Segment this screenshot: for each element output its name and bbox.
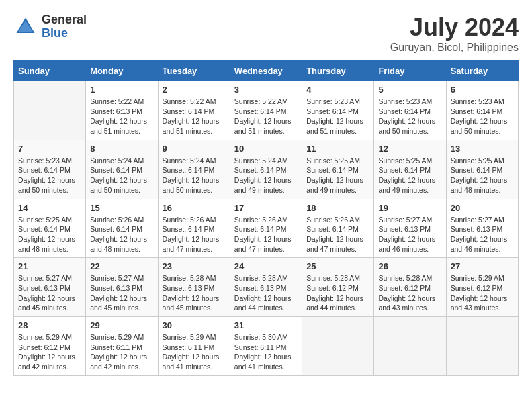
day-info: Sunrise: 5:25 AMSunset: 6:14 PMDaylight:… — [18, 215, 81, 255]
day-number: 19 — [378, 203, 441, 213]
calendar-cell: 5Sunrise: 5:23 AMSunset: 6:14 PMDaylight… — [374, 81, 446, 140]
day-number: 12 — [378, 144, 441, 154]
day-info: Sunrise: 5:28 AMSunset: 6:13 PMDaylight:… — [234, 273, 298, 313]
day-info: Sunrise: 5:25 AMSunset: 6:14 PMDaylight:… — [451, 156, 514, 195]
day-info: Sunrise: 5:30 AMSunset: 6:11 PMDaylight:… — [234, 332, 298, 372]
logo-text: General Blue — [42, 13, 87, 40]
day-info: Sunrise: 5:26 AMSunset: 6:14 PMDaylight:… — [90, 215, 153, 255]
day-info: Sunrise: 5:24 AMSunset: 6:14 PMDaylight:… — [90, 156, 153, 195]
day-number: 3 — [234, 85, 298, 95]
calendar-cell: 6Sunrise: 5:23 AMSunset: 6:14 PMDaylight… — [446, 81, 518, 140]
calendar-cell: 3Sunrise: 5:22 AMSunset: 6:14 PMDaylight… — [230, 81, 302, 140]
day-info: Sunrise: 5:28 AMSunset: 6:12 PMDaylight:… — [306, 273, 369, 313]
day-info: Sunrise: 5:25 AMSunset: 6:14 PMDaylight:… — [378, 156, 441, 195]
day-number: 16 — [163, 203, 226, 213]
day-info: Sunrise: 5:27 AMSunset: 6:13 PMDaylight:… — [18, 273, 81, 313]
calendar-cell: 27Sunrise: 5:29 AMSunset: 6:12 PMDayligh… — [446, 258, 518, 317]
day-info: Sunrise: 5:22 AMSunset: 6:13 PMDaylight:… — [90, 97, 153, 136]
day-info: Sunrise: 5:24 AMSunset: 6:14 PMDaylight:… — [234, 156, 298, 195]
page-header: General Blue July 2024 Guruyan, Bicol, P… — [13, 13, 519, 54]
day-number: 1 — [90, 85, 153, 95]
calendar-week-5: 28Sunrise: 5:29 AMSunset: 6:12 PMDayligh… — [14, 317, 519, 376]
day-info: Sunrise: 5:23 AMSunset: 6:14 PMDaylight:… — [18, 156, 81, 195]
calendar-cell: 19Sunrise: 5:27 AMSunset: 6:13 PMDayligh… — [374, 199, 446, 258]
day-info: Sunrise: 5:23 AMSunset: 6:14 PMDaylight:… — [306, 97, 369, 136]
calendar-cell — [374, 317, 446, 376]
calendar-header-row: SundayMondayTuesdayWednesdayThursdayFrid… — [14, 61, 519, 81]
day-number: 15 — [90, 203, 153, 213]
calendar-cell — [302, 317, 374, 376]
day-info: Sunrise: 5:28 AMSunset: 6:13 PMDaylight:… — [163, 273, 226, 313]
column-header-friday: Friday — [374, 61, 446, 81]
location-title: Guruyan, Bicol, Philippines — [390, 42, 519, 54]
day-number: 18 — [306, 203, 369, 213]
calendar-cell: 4Sunrise: 5:23 AMSunset: 6:14 PMDaylight… — [302, 81, 374, 140]
calendar-cell: 26Sunrise: 5:28 AMSunset: 6:12 PMDayligh… — [374, 258, 446, 317]
calendar-cell: 1Sunrise: 5:22 AMSunset: 6:13 PMDaylight… — [86, 81, 158, 140]
calendar-cell: 2Sunrise: 5:22 AMSunset: 6:14 PMDaylight… — [158, 81, 230, 140]
calendar-cell: 18Sunrise: 5:26 AMSunset: 6:14 PMDayligh… — [302, 199, 374, 258]
day-info: Sunrise: 5:27 AMSunset: 6:13 PMDaylight:… — [378, 215, 441, 255]
calendar-cell: 8Sunrise: 5:24 AMSunset: 6:14 PMDaylight… — [86, 140, 158, 199]
logo: General Blue — [13, 13, 87, 40]
day-info: Sunrise: 5:22 AMSunset: 6:14 PMDaylight:… — [163, 97, 226, 136]
column-header-tuesday: Tuesday — [158, 61, 230, 81]
day-info: Sunrise: 5:23 AMSunset: 6:14 PMDaylight:… — [378, 97, 441, 136]
day-number: 25 — [306, 261, 369, 271]
calendar-cell: 15Sunrise: 5:26 AMSunset: 6:14 PMDayligh… — [86, 199, 158, 258]
day-number: 9 — [163, 144, 226, 154]
day-number: 6 — [451, 85, 514, 95]
column-header-wednesday: Wednesday — [230, 61, 302, 81]
calendar-week-4: 21Sunrise: 5:27 AMSunset: 6:13 PMDayligh… — [14, 258, 519, 317]
day-number: 17 — [234, 203, 298, 213]
day-number: 8 — [90, 144, 153, 154]
column-header-saturday: Saturday — [446, 61, 518, 81]
day-number: 23 — [163, 261, 226, 271]
calendar-cell: 9Sunrise: 5:24 AMSunset: 6:14 PMDaylight… — [158, 140, 230, 199]
day-info: Sunrise: 5:29 AMSunset: 6:11 PMDaylight:… — [90, 332, 153, 372]
day-number: 24 — [234, 261, 298, 271]
day-number: 27 — [451, 261, 514, 271]
day-info: Sunrise: 5:23 AMSunset: 6:14 PMDaylight:… — [451, 97, 514, 136]
day-number: 4 — [306, 85, 369, 95]
day-number: 13 — [451, 144, 514, 154]
logo-icon — [13, 15, 38, 39]
calendar-cell: 25Sunrise: 5:28 AMSunset: 6:12 PMDayligh… — [302, 258, 374, 317]
day-number: 31 — [234, 320, 298, 330]
day-number: 30 — [163, 320, 226, 330]
day-info: Sunrise: 5:29 AMSunset: 6:11 PMDaylight:… — [163, 332, 226, 372]
calendar-week-1: 1Sunrise: 5:22 AMSunset: 6:13 PMDaylight… — [14, 81, 519, 140]
day-info: Sunrise: 5:26 AMSunset: 6:14 PMDaylight:… — [306, 215, 369, 255]
calendar-cell: 14Sunrise: 5:25 AMSunset: 6:14 PMDayligh… — [14, 199, 86, 258]
day-info: Sunrise: 5:26 AMSunset: 6:14 PMDaylight:… — [163, 215, 226, 255]
day-info: Sunrise: 5:24 AMSunset: 6:14 PMDaylight:… — [163, 156, 226, 195]
column-header-sunday: Sunday — [14, 61, 86, 81]
calendar-cell: 7Sunrise: 5:23 AMSunset: 6:14 PMDaylight… — [14, 140, 86, 199]
day-number: 2 — [163, 85, 226, 95]
calendar-cell: 28Sunrise: 5:29 AMSunset: 6:12 PMDayligh… — [14, 317, 86, 376]
title-block: July 2024 Guruyan, Bicol, Philippines — [390, 13, 519, 54]
day-info: Sunrise: 5:27 AMSunset: 6:13 PMDaylight:… — [451, 215, 514, 255]
calendar-cell: 22Sunrise: 5:27 AMSunset: 6:13 PMDayligh… — [86, 258, 158, 317]
calendar-cell — [14, 81, 86, 140]
day-number: 14 — [18, 203, 81, 213]
day-info: Sunrise: 5:25 AMSunset: 6:14 PMDaylight:… — [306, 156, 369, 195]
day-info: Sunrise: 5:29 AMSunset: 6:12 PMDaylight:… — [451, 273, 514, 313]
column-header-monday: Monday — [86, 61, 158, 81]
day-number: 22 — [90, 261, 153, 271]
calendar-table: SundayMondayTuesdayWednesdayThursdayFrid… — [13, 60, 519, 376]
calendar-cell: 23Sunrise: 5:28 AMSunset: 6:13 PMDayligh… — [158, 258, 230, 317]
day-number: 10 — [234, 144, 298, 154]
calendar-cell: 21Sunrise: 5:27 AMSunset: 6:13 PMDayligh… — [14, 258, 86, 317]
calendar-cell: 20Sunrise: 5:27 AMSunset: 6:13 PMDayligh… — [446, 199, 518, 258]
day-info: Sunrise: 5:29 AMSunset: 6:12 PMDaylight:… — [18, 332, 81, 372]
calendar-cell: 24Sunrise: 5:28 AMSunset: 6:13 PMDayligh… — [230, 258, 302, 317]
day-number: 28 — [18, 320, 81, 330]
day-number: 11 — [306, 144, 369, 154]
calendar-cell — [446, 317, 518, 376]
calendar-cell: 10Sunrise: 5:24 AMSunset: 6:14 PMDayligh… — [230, 140, 302, 199]
day-info: Sunrise: 5:26 AMSunset: 6:14 PMDaylight:… — [234, 215, 298, 255]
day-number: 7 — [18, 144, 81, 154]
calendar-cell: 11Sunrise: 5:25 AMSunset: 6:14 PMDayligh… — [302, 140, 374, 199]
day-number: 5 — [378, 85, 441, 95]
